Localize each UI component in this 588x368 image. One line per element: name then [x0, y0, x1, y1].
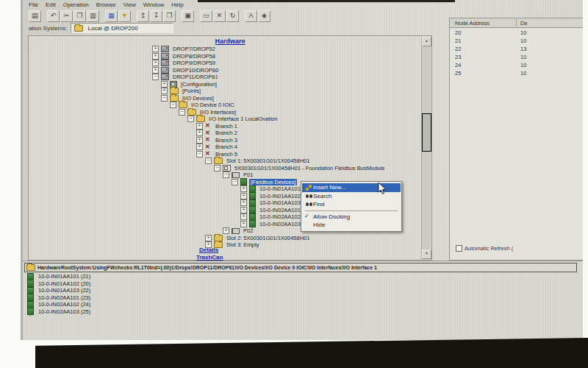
- tree-item[interactable]: −Slot 1: 5X00301G01/1X00458H01: [29, 158, 421, 165]
- trashcan-link[interactable]: TrashCan: [196, 254, 223, 261]
- print-button[interactable]: ▤: [29, 10, 41, 22]
- binoculars-glyph: [306, 194, 309, 198]
- tree-item[interactable]: +DROP7/DROP52: [29, 46, 421, 53]
- tree-item[interactable]: −5X00301G01/1X00458H01 - Foundation Fiel…: [29, 165, 421, 172]
- node-address-row[interactable]: 2010: [450, 29, 583, 37]
- tree-item[interactable]: +Branch 2: [29, 130, 421, 137]
- result-item[interactable]: 10-0-IN01AA102 (20): [27, 280, 90, 288]
- node-address-row[interactable]: 2510: [450, 69, 583, 77]
- tree-item[interactable]: +[Points]: [29, 88, 421, 95]
- result-item[interactable]: 10-0-IN01AA101 (21): [27, 273, 90, 280]
- context-menu-item-allow-docking[interactable]: ✓Allow Docking: [302, 213, 401, 222]
- auto-refresh-checkbox[interactable]: [456, 245, 462, 252]
- result-item[interactable]: 10-0-IN02AA103 (25): [27, 308, 90, 316]
- attributes-button[interactable]: A: [245, 10, 257, 22]
- copy-page-button[interactable]: ❐: [163, 10, 176, 22]
- tree-item[interactable]: +Slot 2: 5X00301G01/1X00458H01: [29, 235, 421, 242]
- tree-item[interactable]: −Branch 5: [29, 151, 421, 158]
- collapse-icon[interactable]: −: [187, 116, 194, 122]
- node-address-row[interactable]: 2213: [450, 45, 583, 53]
- collapse-icon[interactable]: −: [196, 151, 203, 158]
- expand-icon[interactable]: +: [152, 67, 159, 74]
- menu-help[interactable]: Help: [171, 1, 183, 10]
- tree-item[interactable]: +[Configuration]: [29, 81, 421, 88]
- result-item[interactable]: 10-0-IN02AA102 (24): [27, 301, 90, 308]
- tree-item[interactable]: −[I/O Interfaces]: [29, 109, 421, 116]
- tree-item[interactable]: +DROP8/DROP58: [29, 53, 421, 60]
- collapse-icon[interactable]: −: [223, 171, 229, 178]
- collapse-icon[interactable]: −: [170, 102, 176, 108]
- expand-icon[interactable]: +: [196, 144, 203, 150]
- node-address-row[interactable]: 2110: [450, 37, 583, 45]
- tree-item[interactable]: +Branch 1: [29, 123, 421, 130]
- import-button[interactable]: ↥: [137, 10, 149, 22]
- tree-item[interactable]: +DROP9/DROP59: [29, 60, 421, 67]
- expand-icon[interactable]: +: [205, 235, 212, 241]
- tree-item[interactable]: +Slot 3: Empty: [29, 241, 421, 249]
- context-menu-item-find[interactable]: Find: [302, 200, 401, 209]
- collapse-icon[interactable]: −: [214, 165, 220, 171]
- tree-item[interactable]: −[I/O Devices]: [29, 95, 421, 102]
- expand-icon[interactable]: +: [161, 81, 168, 88]
- collapse-icon[interactable]: −: [232, 179, 238, 185]
- expand-icon[interactable]: +: [152, 53, 159, 60]
- expand-icon[interactable]: +: [161, 88, 168, 94]
- expand-icon[interactable]: +: [240, 193, 247, 199]
- tree-item[interactable]: +Branch 3: [29, 137, 421, 144]
- menu-window[interactable]: Window: [143, 1, 164, 10]
- tree-item[interactable]: −DROP11/DROP61: [29, 74, 421, 81]
- palette-button[interactable]: ▦: [105, 10, 118, 22]
- scrollbar-thumb[interactable]: [422, 113, 431, 152]
- collapse-icon[interactable]: −: [205, 158, 212, 164]
- node-address-row[interactable]: 2310: [450, 53, 583, 61]
- filter-button[interactable]: ▼: [118, 10, 131, 22]
- menu-edit[interactable]: Edit: [46, 1, 56, 10]
- cut-button[interactable]: ✂: [60, 10, 73, 22]
- node-address-row[interactable]: 2410: [450, 61, 583, 69]
- context-menu-item-hide[interactable]: Hide: [302, 221, 401, 230]
- expand-icon[interactable]: +: [223, 227, 229, 234]
- undo-button[interactable]: ↶: [47, 10, 60, 22]
- results-header: HardwareRootSystem:UsingFWchecks:RL1T0In…: [24, 263, 577, 272]
- collapse-icon[interactable]: −: [152, 74, 159, 80]
- camera-button[interactable]: ▣: [182, 10, 194, 22]
- expand-icon[interactable]: +: [240, 207, 247, 213]
- select-button[interactable]: ▭: [200, 10, 212, 22]
- refresh-icon: ↻: [230, 12, 236, 19]
- result-item[interactable]: 10-0-IN01AA103 (22): [27, 287, 90, 294]
- tree-item[interactable]: −I/O Device 0 IOIC: [29, 102, 421, 109]
- tree-scrollbar[interactable]: ▲ ▼: [421, 37, 431, 259]
- expand-icon[interactable]: +: [240, 213, 247, 220]
- menu-operation[interactable]: Operation: [63, 1, 89, 10]
- tree-item[interactable]: +Branch 4: [29, 144, 421, 151]
- export-button[interactable]: ↧: [150, 10, 162, 22]
- snapshot-button[interactable]: ◈: [258, 10, 270, 22]
- expand-icon[interactable]: +: [196, 130, 203, 136]
- scroll-down-icon[interactable]: ▼: [422, 250, 431, 259]
- scroll-up-icon[interactable]: ▲: [422, 37, 431, 46]
- expand-icon[interactable]: +: [240, 199, 247, 206]
- menu-view[interactable]: View: [123, 1, 136, 10]
- paste-button[interactable]: ▥: [87, 10, 99, 22]
- context-menu-label: Allow Docking: [313, 213, 350, 220]
- expand-icon[interactable]: +: [240, 185, 247, 192]
- system-selector[interactable]: Local @ DROP200: [71, 23, 173, 33]
- menu-browse[interactable]: Browse: [96, 1, 116, 10]
- collapse-icon[interactable]: −: [161, 95, 168, 102]
- expand-icon[interactable]: +: [152, 46, 159, 52]
- copy-button[interactable]: ❐: [74, 10, 86, 22]
- tree-item[interactable]: +DROP10/DROP60: [29, 67, 421, 74]
- collapse-icon[interactable]: −: [179, 109, 185, 116]
- tree-item[interactable]: −P01: [29, 171, 421, 179]
- expand-icon[interactable]: +: [240, 221, 247, 227]
- details-link[interactable]: Details: [199, 247, 218, 253]
- system-bar: ation Systems: Local @ DROP200: [29, 23, 173, 33]
- result-item[interactable]: 10-0-IN02AA101 (23): [27, 294, 90, 302]
- expand-icon[interactable]: +: [196, 137, 203, 144]
- menu-file[interactable]: File: [29, 1, 38, 10]
- expand-icon[interactable]: +: [196, 123, 203, 130]
- delete-button[interactable]: ✕: [213, 10, 226, 22]
- expand-icon[interactable]: +: [152, 60, 159, 66]
- refresh-button[interactable]: ↻: [226, 10, 239, 22]
- tree-item[interactable]: −I/O Interface 1 LocalOvation: [29, 116, 421, 123]
